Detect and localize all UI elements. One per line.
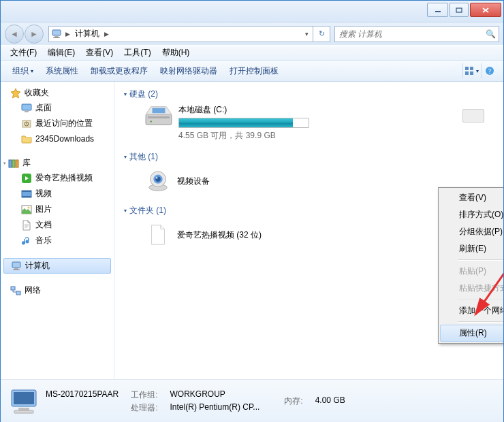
drive-capacity-bar bbox=[178, 118, 309, 128]
svg-rect-30 bbox=[16, 291, 20, 295]
svg-rect-13 bbox=[22, 104, 31, 110]
svg-rect-29 bbox=[11, 287, 15, 290]
svg-rect-42 bbox=[18, 408, 29, 410]
svg-rect-18 bbox=[12, 160, 15, 167]
webcam-icon bbox=[143, 169, 173, 193]
sidebar-item-iqiyi[interactable]: 爱奇艺热播视频 bbox=[1, 170, 114, 186]
menu-file[interactable]: 文件(F) bbox=[5, 47, 42, 59]
close-button[interactable] bbox=[470, 3, 501, 17]
libraries-icon bbox=[8, 158, 19, 169]
breadcrumb-arrow[interactable]: ▶ bbox=[63, 31, 72, 37]
network-icon bbox=[10, 285, 21, 296]
sidebar-item-videos[interactable]: 视频 bbox=[1, 186, 114, 201]
toolbar: 组织 系统属性 卸载或更改程序 映射网络驱动器 打开控制面板 ? bbox=[1, 60, 503, 82]
network-header[interactable]: 网络 bbox=[1, 283, 114, 297]
svg-point-33 bbox=[150, 120, 152, 123]
menu-tools[interactable]: 工具(T) bbox=[119, 47, 156, 59]
drive-c[interactable]: 本地磁盘 (C:) 4.55 GB 可用，共 39.9 GB bbox=[143, 104, 494, 142]
drive-free-space: 4.55 GB 可用，共 39.9 GB bbox=[178, 130, 321, 142]
video-icon bbox=[21, 189, 32, 199]
navbar: ◄ ► ▶ 计算机 ▶ ▾ ↻ 🔍 bbox=[1, 22, 503, 45]
svg-rect-9 bbox=[465, 71, 469, 75]
sidebar: 收藏夹 桌面 最近访问的位置 2345Downloads ▾库 爱奇艺热播视频 … bbox=[1, 82, 114, 379]
svg-rect-6 bbox=[53, 37, 60, 38]
map-drive-button[interactable]: 映射网络驱动器 bbox=[154, 61, 223, 81]
address-dropdown[interactable]: ▾ bbox=[300, 31, 313, 37]
favorites-header[interactable]: 收藏夹 bbox=[1, 86, 114, 100]
svg-rect-26 bbox=[12, 262, 20, 267]
forward-button[interactable]: ► bbox=[25, 25, 44, 44]
svg-rect-32 bbox=[148, 116, 170, 118]
sidebar-item-music[interactable]: 音乐 bbox=[1, 233, 114, 248]
view-options-button[interactable] bbox=[462, 63, 479, 78]
svg-rect-17 bbox=[9, 160, 12, 167]
help-icon[interactable]: ? bbox=[481, 63, 498, 78]
search-icon: 🔍 bbox=[486, 29, 496, 39]
main-view[interactable]: ▾硬盘 (2) 本地磁盘 (C:) 4.55 GB 可用，共 39.9 GB ▾… bbox=[114, 82, 503, 379]
control-panel-button[interactable]: 打开控制面板 bbox=[223, 61, 285, 81]
svg-rect-23 bbox=[22, 196, 31, 197]
organize-button[interactable]: 组织 bbox=[6, 61, 40, 81]
recent-icon bbox=[21, 118, 32, 129]
maximize-button[interactable] bbox=[450, 3, 469, 17]
svg-rect-27 bbox=[14, 268, 18, 270]
iqiyi-icon bbox=[21, 173, 32, 184]
computer-name: MS-20170215PAAR bbox=[46, 389, 119, 401]
desktop-icon bbox=[21, 103, 32, 114]
minimize-button[interactable] bbox=[427, 3, 448, 17]
menu-edit[interactable]: 编辑(E) bbox=[42, 47, 80, 59]
item-label: 爱奇艺热播视频 (32 位) bbox=[177, 229, 262, 241]
svg-rect-41 bbox=[14, 392, 34, 404]
breadcrumb-computer[interactable]: 计算机 bbox=[72, 27, 102, 42]
menu-add-location[interactable]: 添加一个网络位置(L) bbox=[440, 302, 503, 319]
svg-rect-4 bbox=[52, 30, 61, 35]
memory-label: 内存: bbox=[284, 395, 302, 407]
workgroup-value: WORKGROUP bbox=[170, 389, 260, 401]
search-box[interactable]: 🔍 bbox=[334, 26, 499, 42]
pictures-icon bbox=[21, 204, 32, 215]
collapse-icon: ▾ bbox=[124, 154, 127, 160]
address-bar[interactable]: ▶ 计算机 ▶ ▾ bbox=[48, 26, 313, 42]
collapse-icon: ▾ bbox=[124, 91, 127, 97]
svg-rect-5 bbox=[54, 36, 59, 37]
uninstall-button[interactable]: 卸载或更改程序 bbox=[84, 61, 154, 81]
separator bbox=[458, 321, 503, 323]
collapse-icon: ▾ bbox=[124, 208, 127, 214]
libraries-header[interactable]: ▾库 bbox=[1, 156, 114, 170]
sidebar-item-recent[interactable]: 最近访问的位置 bbox=[1, 116, 114, 131]
svg-rect-34 bbox=[153, 108, 166, 114]
svg-rect-8 bbox=[470, 67, 473, 70]
sidebar-item-desktop[interactable]: 桌面 bbox=[1, 100, 114, 116]
titlebar bbox=[1, 1, 503, 22]
computer-icon bbox=[11, 261, 22, 272]
computer-header[interactable]: 计算机 bbox=[3, 258, 111, 274]
sidebar-item-documents[interactable]: 文档 bbox=[1, 217, 114, 233]
group-drives[interactable]: ▾硬盘 (2) bbox=[124, 88, 494, 100]
back-button[interactable]: ◄ bbox=[5, 25, 24, 44]
collapse-icon: ▾ bbox=[3, 161, 6, 166]
hdd-icon bbox=[143, 104, 174, 129]
system-properties-button[interactable]: 系统属性 bbox=[40, 61, 84, 81]
cpu-value: Intel(R) Pentium(R) CP... bbox=[170, 402, 260, 414]
sidebar-item-pictures[interactable]: 图片 bbox=[1, 201, 114, 217]
group-other[interactable]: ▾其他 (1) bbox=[124, 151, 494, 163]
menu-view[interactable]: 查看(V) bbox=[80, 47, 119, 59]
svg-point-25 bbox=[28, 206, 30, 208]
menu-help[interactable]: 帮助(H) bbox=[157, 47, 195, 59]
menu-view[interactable]: 查看(V) bbox=[440, 189, 503, 206]
menu-refresh[interactable]: 刷新(E) bbox=[440, 240, 503, 257]
search-input[interactable] bbox=[338, 29, 486, 39]
music-icon bbox=[21, 236, 32, 246]
dvd-drive-partial[interactable] bbox=[462, 109, 484, 123]
breadcrumb-arrow[interactable]: ▶ bbox=[102, 31, 111, 37]
svg-rect-7 bbox=[465, 67, 469, 70]
menu-sort[interactable]: 排序方式(O) bbox=[440, 206, 503, 223]
svg-rect-31 bbox=[146, 114, 172, 125]
menu-properties[interactable]: 属性(R) bbox=[440, 325, 503, 342]
sidebar-item-downloads[interactable]: 2345Downloads bbox=[1, 131, 114, 146]
cpu-label: 处理器: bbox=[131, 402, 157, 414]
refresh-button[interactable]: ↻ bbox=[313, 26, 330, 42]
menu-group[interactable]: 分组依据(P) bbox=[440, 223, 503, 240]
workgroup-label: 工作组: bbox=[131, 389, 157, 401]
item-label: 视频设备 bbox=[177, 176, 210, 187]
